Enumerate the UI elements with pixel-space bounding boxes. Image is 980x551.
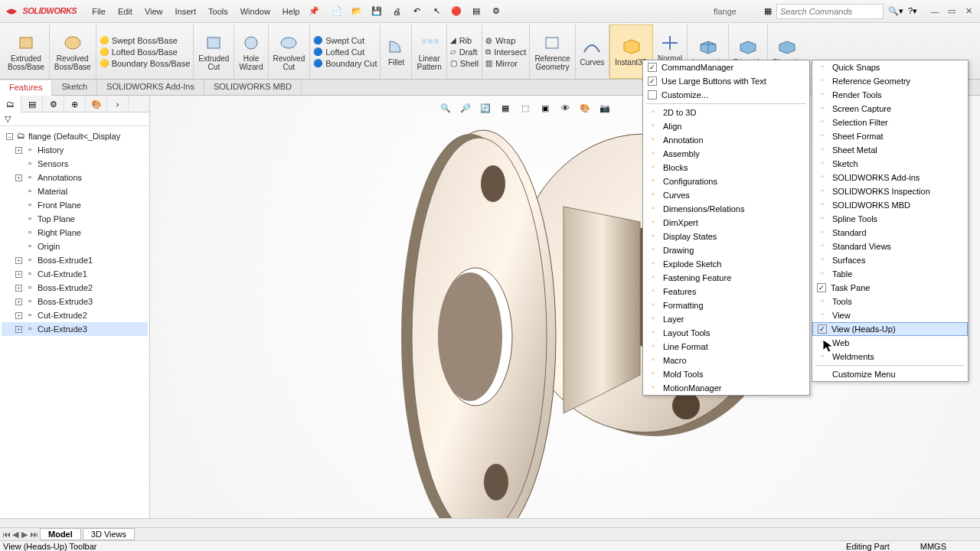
ctx-item[interactable]: ▫Standard — [812, 226, 968, 240]
curves-button[interactable]: Curves — [576, 24, 610, 79]
ctx-item[interactable]: ▫Configurations — [643, 174, 809, 188]
ctx-item[interactable]: ▫Formatting — [643, 298, 809, 312]
tab-features[interactable]: Features — [0, 80, 52, 96]
ctx-item[interactable]: ✓Task Pane — [812, 281, 968, 295]
ctx-item[interactable]: ▫Mold Tools — [643, 367, 809, 381]
status-units[interactable]: MMGS — [920, 542, 946, 551]
ctx-item[interactable]: ▫Drawing — [643, 243, 809, 257]
search-input[interactable] — [776, 4, 884, 19]
ctx-item[interactable]: ▫SOLIDWORKS Inspection — [812, 184, 968, 198]
tree-tab-dimxpert[interactable]: ⊕ — [64, 96, 86, 112]
ctx-item[interactable]: ▫View — [812, 308, 968, 322]
ctx-item[interactable]: ▫Fastening Feature — [643, 271, 809, 285]
ctx-item[interactable]: ▫SOLIDWORKS MBD — [812, 198, 968, 212]
menu-window[interactable]: Window — [234, 4, 276, 19]
tree-node[interactable]: ▫Material — [2, 184, 148, 198]
ctx-item[interactable]: ▫SOLIDWORKS Add-ins — [812, 171, 968, 184]
tab-model[interactable]: Model — [40, 528, 81, 540]
shell-button[interactable]: ▢ Shell — [450, 59, 479, 68]
options-button[interactable]: ▤ — [468, 3, 485, 20]
ctx-item[interactable]: ✓Use Large Buttons with Text — [643, 74, 809, 88]
ctx-item[interactable]: ▫Screen Capture — [812, 102, 968, 116]
swept-cut-button[interactable]: 🔵 Swept Cut — [313, 36, 377, 45]
ctx-item[interactable]: ▫Tools — [812, 295, 968, 308]
tree-tab-config[interactable]: ⚙ — [43, 96, 64, 112]
ctx-item[interactable]: ▫Curves — [643, 188, 809, 202]
undo-button[interactable]: ↶ — [408, 3, 425, 20]
ctx-item[interactable]: ▫Reference Geometry — [812, 74, 968, 88]
tab-3d-views[interactable]: 3D Views — [83, 528, 135, 540]
new-doc-button[interactable]: 📄 — [328, 3, 345, 20]
tab-first-icon[interactable]: ⏮ — [2, 530, 11, 540]
tree-root-node[interactable]: –🗂flange (Default<_Display — [2, 129, 148, 143]
lofted-boss-button[interactable]: 🟡 Lofted Boss/Base — [100, 47, 191, 57]
intersect-button[interactable]: ⧉ Intersect — [485, 47, 526, 57]
wrap-button[interactable]: ◍ Wrap — [485, 36, 526, 45]
tab-prev-icon[interactable]: ◀ — [11, 530, 20, 540]
tree-node[interactable]: ▫Top Plane — [2, 212, 148, 226]
ctx-item[interactable]: ▫Macro — [643, 354, 809, 367]
print-button[interactable]: 🖨 — [388, 3, 405, 20]
ctx-item[interactable]: ▫Sheet Metal — [812, 143, 968, 157]
ctx-item[interactable]: ▫Standard Views — [812, 240, 968, 253]
open-button[interactable]: 📂 — [348, 3, 365, 20]
draft-button[interactable]: ▱ Draft — [450, 47, 479, 57]
revolved-boss-button[interactable]: RevolvedBoss/Base — [50, 24, 96, 79]
swept-boss-button[interactable]: 🟡 Swept Boss/Base — [100, 36, 191, 45]
ctx-item[interactable]: ▫Line Format — [643, 340, 809, 354]
ctx-item[interactable]: ▫Layer — [643, 312, 809, 326]
lofted-cut-button[interactable]: 🔵 Lofted Cut — [313, 47, 377, 57]
ctx-item[interactable]: ▫Annotation — [643, 133, 809, 147]
select-button[interactable]: ↖ — [428, 3, 445, 20]
ctx-item[interactable]: ▫MotionManager — [643, 381, 809, 395]
tree-node[interactable]: +▫Cut-Extrude1 — [2, 267, 148, 281]
tree-tab-display[interactable]: 🎨 — [86, 96, 107, 112]
menu-insert[interactable]: Insert — [169, 4, 203, 19]
horizontal-scrollbar[interactable] — [0, 518, 980, 527]
ctx-item[interactable]: ▫Assembly — [643, 147, 809, 161]
tree-node[interactable]: +▫Boss-Extrude2 — [2, 281, 148, 295]
tab-sketch[interactable]: Sketch — [52, 80, 97, 95]
menu-edit[interactable]: Edit — [112, 4, 139, 19]
tab-addins[interactable]: SOLIDWORKS Add-Ins — [97, 80, 204, 95]
ctx-item[interactable]: ▫Display States — [643, 230, 809, 243]
rib-button[interactable]: ◢ Rib — [450, 36, 479, 45]
ctx-item[interactable]: ▫Layout Tools — [643, 326, 809, 340]
ctx-item[interactable]: ▫Blocks — [643, 161, 809, 174]
revolved-cut-button[interactable]: RevolvedCut — [269, 24, 311, 79]
settings-button[interactable]: ⚙ — [488, 3, 505, 20]
tree-node[interactable]: ▫Right Plane — [2, 226, 148, 240]
ctx-item[interactable]: ▫Table — [812, 267, 968, 281]
ctx-item[interactable]: ✓CommandManager — [643, 60, 809, 74]
tree-tab-property[interactable]: ▤ — [21, 96, 43, 112]
ctx-item[interactable]: ▫Quick Snaps — [812, 60, 968, 74]
tree-node[interactable]: ▫Origin — [2, 240, 148, 253]
reference-geometry-button[interactable]: ReferenceGeometry — [530, 24, 575, 79]
ctx-item[interactable]: ▫Surfaces — [812, 253, 968, 267]
tab-next-icon[interactable]: ▶ — [20, 530, 29, 540]
ctx-item[interactable]: ▫Sketch — [812, 157, 968, 171]
save-button[interactable]: 💾 — [368, 3, 385, 20]
ctx-item[interactable]: ▫Selection Filter — [812, 116, 968, 129]
ctx-item[interactable]: ▫2D to 3D — [643, 106, 809, 119]
ctx-item[interactable]: Customize... — [643, 88, 809, 102]
extruded-boss-button[interactable]: ExtrudedBoss/Base — [3, 24, 50, 79]
tree-node[interactable]: +▫Boss-Extrude1 — [2, 253, 148, 267]
boundary-boss-button[interactable]: 🟡 Boundary Boss/Base — [100, 59, 191, 68]
tree-node[interactable]: +▫Annotations — [2, 171, 148, 184]
restore-button[interactable]: ▭ — [945, 5, 959, 18]
tree-node[interactable]: ▫Sensors — [2, 157, 148, 171]
hole-wizard-button[interactable]: HoleWizard — [234, 24, 268, 79]
rebuild-button[interactable]: 🔴 — [448, 3, 465, 20]
tree-tab-feature[interactable]: 🗂 — [0, 96, 21, 112]
menu-help[interactable]: Help — [276, 4, 306, 19]
tree-node[interactable]: +▫Cut-Extrude2 — [2, 308, 148, 322]
menu-file[interactable]: File — [86, 4, 112, 19]
ctx-item[interactable]: ▫Sheet Format — [812, 129, 968, 143]
minimize-button[interactable]: — — [928, 5, 942, 18]
tab-mbd[interactable]: SOLIDWORKS MBD — [204, 80, 302, 95]
mirror-button[interactable]: ▥ Mirror — [485, 59, 526, 68]
flyout-icon[interactable]: ▦ — [764, 6, 772, 16]
ctx-item[interactable]: ✓View (Heads-Up) — [812, 322, 968, 336]
boundary-cut-button[interactable]: 🔵 Boundary Cut — [313, 59, 377, 68]
